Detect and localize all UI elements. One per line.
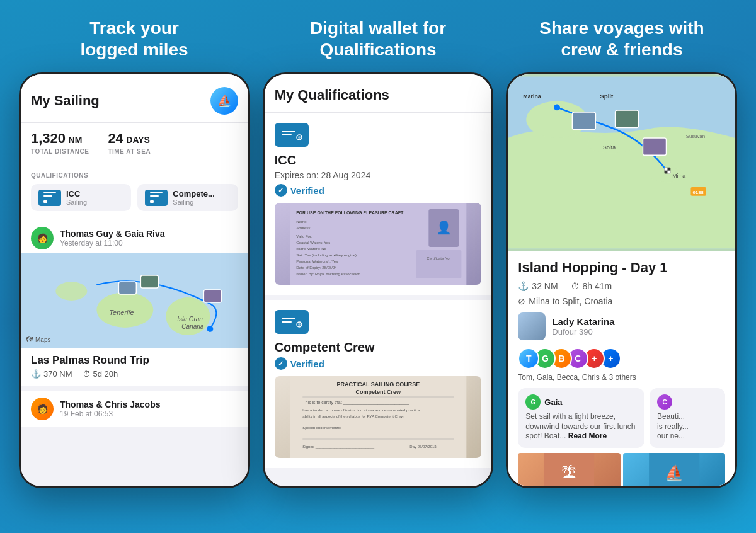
svg-rect-53 [668, 171, 671, 174]
qual-icon-cc-line1 [150, 192, 163, 193]
svg-text:👤: 👤 [436, 220, 452, 235]
qual-icon-svg-cc [278, 313, 306, 331]
svg-text:Island Waters: No: Island Waters: No [296, 247, 326, 251]
qual-entry-name-icc: ICC [275, 153, 482, 168]
svg-text:Name:: Name: [296, 220, 307, 224]
user-info-2: Thomas & Chris Jacobs 19 Feb at 06:53 [60, 399, 161, 418]
verified-badge-cc: ✓ Verified [275, 357, 482, 370]
user-info-1: Thomas Guy & Gaia Riva Yesterday at 11:0… [60, 229, 165, 248]
user-avatar-sailing[interactable]: ⛵ [210, 87, 238, 115]
boat-model: Dufour 390 [552, 327, 614, 336]
svg-text:Marina: Marina [524, 93, 541, 100]
svg-text:FOR USE ON THE FOLLOWING PLEAS: FOR USE ON THE FOLLOWING PLEASURE CRAFT [296, 210, 404, 215]
header-divider-2 [500, 20, 500, 58]
user-name-1: Thomas Guy & Gaia Riva [60, 229, 165, 239]
voyage-info-3: Island Hopping - Day 1 ⚓ 32 NM ⏱ 8h 41m … [508, 251, 735, 486]
read-more-link[interactable]: Read More [568, 432, 607, 440]
header-title-1: Track yourlogged miles [25, 18, 243, 60]
svg-rect-33 [282, 321, 292, 323]
voyage-screen: 0188 Marina Split Solta Milna Susuvan Is… [508, 74, 735, 486]
stat-days-label: TIME AT SEA [108, 148, 151, 155]
phone-voyages: 0188 Marina Split Solta Milna Susuvan Is… [506, 72, 737, 488]
svg-rect-29 [416, 250, 461, 278]
svg-text:This is to certify that ______: This is to certify that ________________… [302, 400, 409, 405]
svg-rect-32 [282, 318, 295, 319]
map-svg-1: Tenerife Isla Gran Canaria [21, 253, 248, 348]
svg-text:Date of Expiry: 28/08/24: Date of Expiry: 28/08/24 [296, 266, 337, 270]
voyage-item-1[interactable]: 🧑 Thomas Guy & Gaia Riva Yesterday at 11… [21, 219, 248, 386]
voyage-item-2[interactable]: 🧑 Thomas & Chris Jacobs 19 Feb at 06:53 [21, 391, 248, 427]
qualifications-section: QUALIFICATIONS ICC Sailing [21, 164, 248, 219]
comment-text-gaia: Set sail with a light breeze, downwind t… [525, 412, 637, 442]
sailing-screen: My Sailing ⛵ 1,320 NM TOTAL DISTANCE 24 … [21, 74, 248, 486]
svg-text:Split: Split [600, 93, 614, 100]
qual-entry-cc[interactable]: Competent Crew ✓ Verified PRACTICAL SAIL… [265, 300, 492, 468]
clock-icon-3: ⏱ [571, 281, 580, 291]
svg-rect-13 [282, 134, 292, 135]
svg-text:🏝: 🏝 [562, 464, 577, 481]
boat-info: Lady Katarina Dufour 390 [518, 312, 725, 340]
svg-rect-56 [616, 110, 639, 127]
svg-text:Personal Watercraft: Yes: Personal Watercraft: Yes [296, 260, 338, 263]
qual-card-icc[interactable]: ICC Sailing [31, 184, 131, 211]
qual-card-cc[interactable]: Compete... Sailing [137, 184, 238, 211]
comment-user-row-c: C [657, 394, 718, 410]
verified-label-cc: Verified [290, 358, 324, 369]
user-avatar-thomas-gaia: 🧑 [31, 227, 54, 249]
stat-distance-label: TOTAL DISTANCE [31, 148, 89, 155]
svg-point-15 [298, 136, 301, 139]
verified-icon-icc: ✓ [275, 184, 287, 197]
verified-label-icc: Verified [290, 185, 324, 196]
verified-badge-icc: ✓ Verified [275, 184, 482, 197]
qual-icon-dot [43, 200, 47, 203]
svg-point-3 [55, 282, 87, 301]
svg-text:Signed _______________________: Signed ____________________________ [302, 445, 374, 449]
comments-row: G Gaia Set sail with a light breeze, dow… [518, 388, 725, 448]
stat-distance: 1,320 NM TOTAL DISTANCE [31, 130, 89, 155]
qual-entry-icc[interactable]: ICC Expires on: 28 Aug 2024 ✓ Verified F… [265, 113, 492, 295]
qual-icon-cc [145, 190, 168, 206]
svg-text:Day 26/07/2013: Day 26/07/2013 [410, 445, 437, 449]
user-time-2: 19 Feb at 06:53 [60, 410, 161, 418]
voyage-stat-duration-1: ⏱ 5d 20h [83, 369, 118, 379]
svg-text:Tenerife: Tenerife [109, 309, 134, 316]
voyage-info-stat-distance: ⚓ 32 NM [518, 281, 558, 291]
svg-text:Sail: Yes (including auxiliary: Sail: Yes (including auxiliary engine) [296, 253, 357, 257]
voyage-info-title: Island Hopping - Day 1 [518, 260, 725, 276]
qual-icon-line2 [43, 195, 52, 197]
qual-screen-title: My Qualifications [275, 87, 482, 103]
bottom-photo-2[interactable]: ⛵ [623, 453, 725, 486]
qual-icon-svg-icc [278, 126, 306, 144]
voyage-map-3: 0188 Marina Split Solta Milna Susuvan [508, 74, 735, 251]
svg-text:Address:: Address: [296, 226, 311, 230]
header-divider-1 [256, 20, 256, 58]
qual-screen: My Qualifications ICC Expires on: 28 Aug… [265, 74, 492, 486]
apple-maps-logo: 🗺 [26, 335, 33, 344]
bottom-photos: 🏝 ⛵ [518, 453, 725, 486]
person-icon-1: ⚓ [31, 369, 41, 379]
voyage-stat-distance-1: ⚓ 370 NM [31, 369, 72, 379]
stat-distance-value: 1,320 NM [31, 130, 89, 147]
bottom-photo-1[interactable]: 🏝 [518, 453, 620, 486]
apple-maps-badge: 🗺 Maps [26, 335, 50, 344]
clock-icon-1: ⏱ [83, 369, 91, 379]
comment-card-c: C Beauti...is really...our ne... [650, 388, 725, 448]
header-row: Track yourlogged miles Digital wallet fo… [0, 0, 756, 72]
stats-row: 1,320 NM TOTAL DISTANCE 24 DAYS TIME AT … [21, 123, 248, 164]
sailing-title: My Sailing [31, 93, 100, 109]
qual-text-cc: Compete... Sailing [173, 189, 214, 206]
voyage-info-stat-duration: ⏱ 8h 41m [571, 281, 612, 291]
svg-text:Special endorsements:: Special endorsements: [302, 426, 341, 430]
user-time-1: Yesterday at 11:00 [60, 239, 165, 248]
svg-text:Competent Crew: Competent Crew [355, 389, 401, 395]
crew-avatars: T G B C + + [518, 348, 725, 369]
svg-text:Valid For:: Valid For: [296, 234, 312, 238]
qual-icon-line1 [43, 192, 56, 193]
header-title-3: Share voyages withcrew & friends [513, 18, 731, 60]
svg-text:Coastal Waters: Yes: Coastal Waters: Yes [296, 241, 330, 244]
comment-avatar-gaia: G [525, 394, 541, 410]
svg-rect-5 [118, 282, 136, 294]
boat-name: Lady Katarina [552, 316, 614, 327]
svg-text:Susuvan: Susuvan [686, 134, 705, 139]
boat-details: Lady Katarina Dufour 390 [552, 316, 614, 336]
